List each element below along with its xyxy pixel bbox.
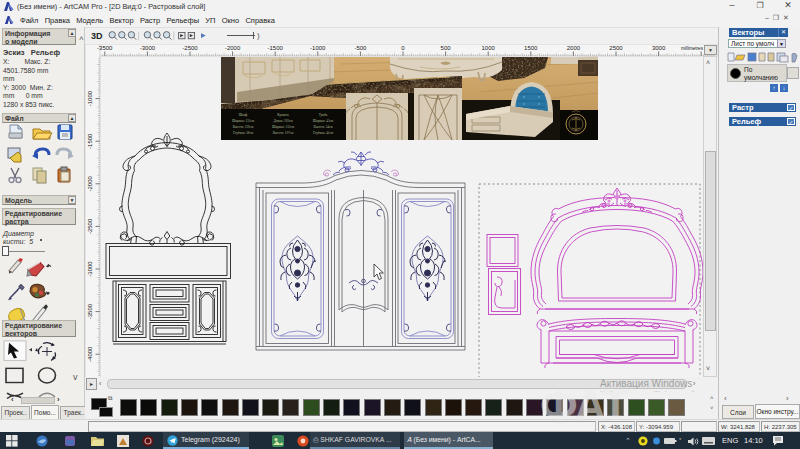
svg-text:-500: -500: [354, 45, 367, 51]
svg-text:-1500: -1500: [268, 45, 284, 51]
svg-text:Кровать: Кровать: [277, 113, 289, 117]
svg-text:1000: 1000: [482, 45, 496, 51]
svg-text:-3000: -3000: [140, 45, 156, 51]
svg-text:-2500: -2500: [87, 218, 93, 234]
svg-text:500: 500: [441, 45, 452, 51]
svg-text:Шкаф: Шкаф: [239, 113, 248, 117]
svg-text:3000: 3000: [652, 45, 666, 51]
svg-text:1500: 1500: [524, 45, 538, 51]
svg-text:Высота: 107см: Высота: 107см: [273, 131, 295, 135]
svg-text:Глубина: 58см: Глубина: 58см: [233, 131, 254, 135]
svg-text:-4000: -4000: [87, 346, 93, 362]
svg-text:Высота: 230см: Высота: 230см: [233, 125, 255, 129]
svg-text:Глубина: 45см: Глубина: 45см: [313, 131, 334, 135]
svg-text:-3500: -3500: [97, 45, 113, 51]
svg-text:-3500: -3500: [87, 303, 93, 319]
svg-text:-1000: -1000: [310, 45, 326, 51]
svg-text:2000: 2000: [567, 45, 581, 51]
svg-text:-3000: -3000: [87, 261, 93, 277]
svg-text:-2000: -2000: [225, 45, 241, 51]
svg-text:Длина: 203см: Длина: 203см: [273, 119, 293, 123]
svg-text:Высота: 54см: Высота: 54см: [313, 125, 333, 129]
svg-text:Ширина: 45см: Ширина: 45см: [313, 119, 334, 123]
svg-text:millimetres: millimetres: [681, 46, 704, 51]
svg-text:-2000: -2000: [87, 175, 93, 191]
svg-text:Тумба: Тумба: [319, 113, 328, 117]
svg-text:-1500: -1500: [87, 133, 93, 149]
svg-text:-2500: -2500: [182, 45, 198, 51]
svg-text:Ширина: 155см: Ширина: 155см: [272, 125, 295, 129]
svg-text:-1000: -1000: [87, 90, 93, 106]
svg-text:2500: 2500: [609, 45, 623, 51]
svg-text:Ширина: 155см: Ширина: 155см: [232, 119, 255, 123]
